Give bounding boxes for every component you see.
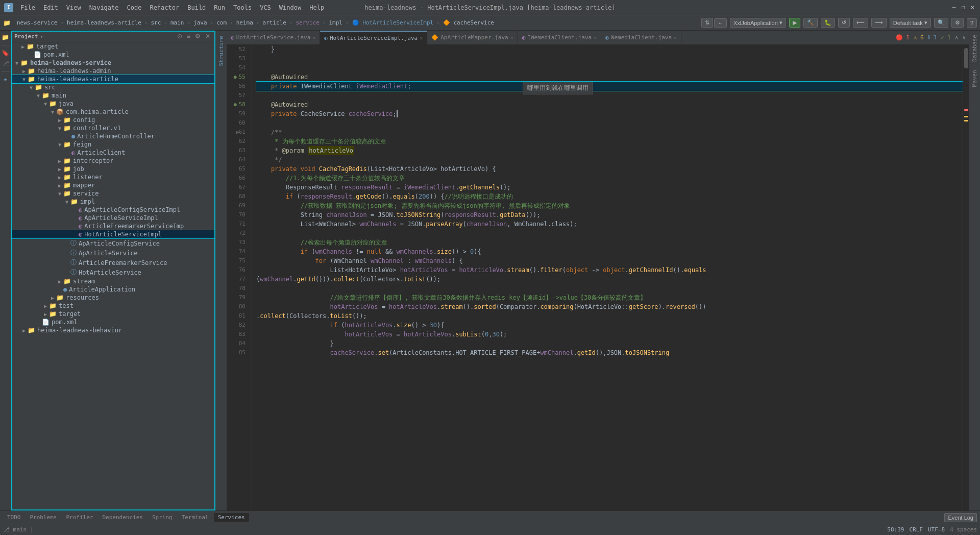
breadcrumb-java[interactable]: java <box>193 19 207 26</box>
tree-item-main[interactable]: ▼ 📁 main <box>11 91 215 100</box>
menu-build[interactable]: Build <box>183 3 210 12</box>
left-strip-project[interactable]: 📁 <box>1 33 10 42</box>
sidebar-locate-button[interactable]: ⊙ <box>176 32 184 40</box>
tab-hotarticleservice[interactable]: ◐ HotArticleService.java ✕ <box>227 31 320 45</box>
tree-item-freemarkerimpl[interactable]: ◐ ArticleFreemarkerServiceImp <box>11 222 215 230</box>
tree-item-package[interactable]: ▼ 📦 com.heima.article <box>11 108 215 116</box>
tab-iwemediaclient[interactable]: ◐ IWemediaClient.java ✕ <box>518 31 602 45</box>
tree-item-aparticleimpl[interactable]: ◐ ApArticleServiceImpl <box>11 214 215 222</box>
tab-problems[interactable]: Problems <box>26 513 61 522</box>
tab-aparticlemapper[interactable]: 🔶 ApArticleMapper.java ✕ <box>427 31 518 45</box>
breadcrumb-article[interactable]: heima-leadnews-article <box>67 19 141 26</box>
tree-item-config[interactable]: ▶ 📁 config <box>11 116 215 124</box>
tab-services[interactable]: Services <box>214 513 249 522</box>
menu-view[interactable]: View <box>62 3 85 12</box>
event-log-button[interactable]: Event Log <box>944 513 977 522</box>
nav-back-button[interactable]: ⟵ <box>853 18 868 28</box>
tree-item-target2[interactable]: ▶ 📁 target <box>11 310 215 318</box>
tree-item-admin[interactable]: ▶ 📁 heima-leadnews-admin <box>11 67 215 75</box>
tab-profiler[interactable]: Profiler <box>62 513 97 522</box>
search-everywhere-button[interactable]: 🔍 <box>934 18 948 28</box>
tab-close-icon[interactable]: ✕ <box>420 35 423 41</box>
tree-item-behavior[interactable]: ▶ 📁 heima-leadnews-behavior <box>11 326 215 334</box>
minimize-button[interactable]: ─ <box>950 4 958 11</box>
refresh-button[interactable]: ↺ <box>838 18 850 28</box>
left-strip-git[interactable]: ⎇ <box>1 59 10 68</box>
structure-tab[interactable]: Structure <box>217 33 226 69</box>
tab-dependencies[interactable]: Dependencies <box>98 513 146 522</box>
vcs-update-button[interactable]: ⇅ <box>701 18 713 28</box>
breadcrumb-main[interactable]: main <box>170 19 184 26</box>
tree-item-article[interactable]: ▼ 📁 heima-leadnews-article <box>11 75 215 83</box>
help-button[interactable]: ? <box>967 18 977 28</box>
maximize-button[interactable]: □ <box>960 4 967 11</box>
tab-close-icon[interactable]: ✕ <box>594 35 597 40</box>
left-strip-favorites[interactable]: ★ <box>1 75 10 84</box>
default-task-dropdown[interactable]: Default task ▾ <box>890 18 931 28</box>
tree-item-hotarticlesvc[interactable]: ⓘ HotArticleService <box>11 268 215 277</box>
nav-down-icon[interactable]: ∨ <box>962 34 966 41</box>
menu-code[interactable]: Code <box>123 3 146 12</box>
close-button[interactable]: ✕ <box>969 4 976 11</box>
menu-file[interactable]: File <box>16 3 39 12</box>
tree-item-target-top[interactable]: ▶ 📁 target <box>11 42 215 51</box>
indent[interactable]: 4 spaces <box>950 526 977 533</box>
tree-item-service-folder[interactable]: ▼ 📁 service <box>11 189 215 198</box>
tree-item-pom2[interactable]: 📄 pom.xml <box>11 318 215 326</box>
git-branch[interactable]: ⎇ main <box>3 526 27 533</box>
tree-item-aparticlesvc[interactable]: ⓘ ApArticleService <box>11 248 215 258</box>
menu-refactor[interactable]: Refactor <box>145 3 183 12</box>
tree-item-application[interactable]: ● ArticleApplication <box>11 285 215 294</box>
line-ending[interactable]: CRLF <box>909 526 923 533</box>
tab-close-icon[interactable]: ✕ <box>674 35 677 40</box>
maven-tab[interactable]: Maven <box>970 66 979 91</box>
tree-item-controller[interactable]: ▼ 📁 controller.v1 <box>11 124 215 132</box>
tree-item-impl[interactable]: ▼ 📁 impl <box>11 198 215 206</box>
run-button[interactable]: ▶ <box>789 18 800 28</box>
run-config-dropdown[interactable]: XxlJobApplication ▾ <box>730 18 786 28</box>
tree-item-test[interactable]: ▶ 📁 test <box>11 302 215 310</box>
menu-vcs[interactable]: VCS <box>256 3 275 12</box>
nav-up-icon[interactable]: ∧ <box>955 34 959 41</box>
tree-item-hotarticleimpl[interactable]: ◐ HotArticleServiceImpl <box>11 230 215 238</box>
menu-help[interactable]: Help <box>305 3 328 12</box>
tree-item-freemakersvc[interactable]: ⓘ ArticleFreemarkerService <box>11 258 215 268</box>
tree-item-apconfigsvc[interactable]: ⓘ ApArticleConfigService <box>11 238 215 248</box>
tree-item-apconfigimpl[interactable]: ◐ ApArticleConfigServiceImpl <box>11 206 215 214</box>
tree-item-stream[interactable]: ▶ 📁 stream <box>11 277 215 285</box>
debug-button[interactable]: 🐛 <box>821 18 835 28</box>
menu-edit[interactable]: Edit <box>39 3 62 12</box>
breadcrumb-impl[interactable]: impl <box>329 19 342 26</box>
tree-item-listener[interactable]: ▶ 📁 listener <box>11 173 215 181</box>
tree-item-articleclient[interactable]: ◐ ArticleClient <box>11 149 215 157</box>
tree-item-feign[interactable]: ▼ 📁 feign <box>11 140 215 149</box>
tree-item-pom-top[interactable]: 📄 pom.xml <box>11 51 215 59</box>
tab-spring[interactable]: Spring <box>148 513 177 522</box>
tab-hotarticleserviceimpl[interactable]: ◐ HotArticleServiceImpl.java ✕ <box>320 31 427 45</box>
nav-forward-button[interactable]: ⟶ <box>871 18 887 28</box>
breadcrumb-article2[interactable]: article <box>262 19 286 26</box>
tree-item-src[interactable]: ▼ 📁 src <box>11 83 215 91</box>
breadcrumb-news-service[interactable]: news-service <box>17 19 57 26</box>
tab-terminal[interactable]: Terminal <box>178 513 213 522</box>
encoding[interactable]: UTF-8 <box>928 526 945 533</box>
menu-run[interactable]: Run <box>210 3 229 12</box>
menu-tools[interactable]: Tools <box>229 3 256 12</box>
tree-item-java[interactable]: ▼ 📁 java <box>11 100 215 108</box>
tab-wemediaclient[interactable]: ◐ WemediaClient.java ✕ <box>601 31 681 45</box>
sidebar-collapse-button[interactable]: ≡ <box>185 32 192 40</box>
breadcrumb-com[interactable]: com <box>216 19 227 26</box>
scrollbar-thumb[interactable] <box>964 48 968 68</box>
line-col[interactable]: 58:39 <box>887 526 904 533</box>
sidebar-settings-button[interactable]: ⚙ <box>193 32 202 40</box>
tab-close-icon[interactable]: ✕ <box>312 35 315 40</box>
tree-item-articlehome[interactable]: ● ArticleHomeController <box>11 132 215 140</box>
tree-item-resources[interactable]: ▶ 📁 resources <box>11 294 215 302</box>
tab-close-icon[interactable]: ✕ <box>510 35 513 40</box>
tree-item-interceptor[interactable]: ▶ 📁 interceptor <box>11 157 215 165</box>
vcs-back-button[interactable]: ← <box>714 18 727 28</box>
sidebar-close-button[interactable]: ✕ <box>204 32 212 40</box>
settings-button[interactable]: ⚙ <box>951 18 964 28</box>
tree-item-service[interactable]: ▼ 📁 heima-leadnews-service <box>11 59 215 67</box>
breadcrumb-class[interactable]: 🔵 HotArticleServiceImpl <box>352 19 434 26</box>
